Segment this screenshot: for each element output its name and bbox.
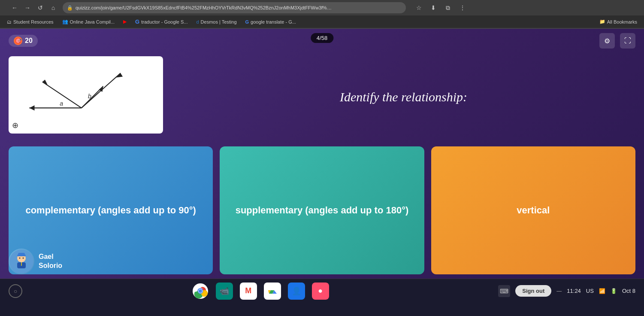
progress-text: 4/58 <box>317 35 327 41</box>
translate-icon: G <box>245 19 249 24</box>
home-button[interactable]: ⌂ <box>47 2 59 14</box>
bookmarks-bar: 🗂 Student Resources 👥 Online Java Compil… <box>0 15 644 28</box>
back-button[interactable]: ← <box>9 2 21 14</box>
browser-chrome: ← → ↺ ⌂ 🔒 quizizz.com/join/game/U2FsdGVk… <box>0 0 644 29</box>
svg-point-17 <box>23 258 24 259</box>
tab-search-button[interactable]: ⧉ <box>442 2 454 14</box>
chrome-icon <box>193 283 208 299</box>
browser-actions: ☆ ⬇ ⧉ ⋮ <box>413 2 469 14</box>
time-display: 11:24 <box>567 288 581 294</box>
taskbar-gmail[interactable]: M <box>240 283 257 300</box>
fullscreen-button[interactable]: ⛶ <box>620 33 635 49</box>
taskbar-right: ⌨ Sign out — 11:24 US 📶 🔋 Oct 8 <box>498 285 635 297</box>
bookmark-icon-java: 👥 <box>62 19 68 24</box>
classroom-icon: 👤 <box>292 286 301 296</box>
taskbar-keyboard[interactable]: ⌨ <box>498 285 510 297</box>
bookmark-icon: 🗂 <box>7 19 12 24</box>
desmos-icon: d <box>196 19 199 24</box>
avatar <box>9 249 34 274</box>
user-panel: Gael Solorio <box>9 249 62 274</box>
question-area: a b ⊕ Identify the relationship: <box>9 56 635 138</box>
svg-text:a: a <box>60 100 63 107</box>
bookmark-star-button[interactable]: ☆ <box>413 2 425 14</box>
svg-point-22 <box>199 289 202 293</box>
site-icon: 🔒 <box>67 5 73 11</box>
taskbar-chrome[interactable] <box>192 283 209 300</box>
zoom-button[interactable]: ⊕ <box>12 121 18 130</box>
url-text: quizizz.com/join/game/U2FsdGVkX19S85xEdn… <box>76 5 333 10</box>
answer-button-supplementary[interactable]: supplementary (angles add up to 180°) <box>220 146 424 274</box>
svg-rect-14 <box>18 253 25 255</box>
address-bar[interactable]: 🔒 quizizz.com/join/game/U2FsdGVkX19S85xE… <box>63 2 406 13</box>
answer-button-vertical[interactable]: vertical <box>431 146 635 274</box>
bookmark-google[interactable]: G traductor - Google S... <box>133 18 189 26</box>
date-display: Oct 8 <box>622 288 635 294</box>
bookmark-java[interactable]: 👥 Online Java Compil... <box>60 18 117 25</box>
score-badge: 🎯 20 <box>9 35 38 47</box>
wifi-icon: 📶 <box>599 288 605 294</box>
google-icon: G <box>135 18 139 25</box>
bookmark-youtube[interactable]: ▶ <box>121 18 128 25</box>
minimize-button[interactable]: — <box>556 288 562 294</box>
score-icon: 🎯 <box>14 36 22 45</box>
taskbar-meet[interactable]: 📹 <box>216 283 233 300</box>
region-display: US <box>586 288 594 294</box>
nav-buttons: ← → ↺ ⌂ <box>9 2 59 14</box>
taskbar-classroom[interactable]: 👤 <box>288 283 305 300</box>
svg-text:b: b <box>88 93 91 100</box>
quizizz-icon: ● <box>318 286 323 295</box>
meet-icon: 📹 <box>220 286 229 296</box>
user-name: Gael Solorio <box>39 252 62 270</box>
bookmark-student-resources[interactable]: 🗂 Student Resources <box>5 18 55 25</box>
search-circle[interactable]: ○ <box>9 284 22 298</box>
header-icons: ⚙ ⛶ <box>599 33 635 49</box>
search-icon: ○ <box>14 288 17 295</box>
score-value: 20 <box>25 37 33 45</box>
question-text-panel: Identify the relationship: <box>172 56 635 138</box>
folder-icon: 📁 <box>599 19 605 24</box>
drive-icon <box>267 286 278 296</box>
bookmark-all[interactable]: 📁 All Bookmarks <box>598 18 639 25</box>
taskbar-left: ○ <box>9 284 22 298</box>
quiz-container: 4/58 🎯 20 ⚙ ⛶ <box>0 29 644 279</box>
browser-top-bar: ← → ↺ ⌂ 🔒 quizizz.com/join/game/U2FsdGVk… <box>0 0 644 15</box>
bookmark-desmos[interactable]: d Desmos | Testing <box>194 18 238 25</box>
gmail-icon: M <box>245 286 251 295</box>
download-button[interactable]: ⬇ <box>427 2 439 14</box>
taskbar: ○ 📹 M <box>0 279 644 303</box>
youtube-icon: ▶ <box>123 19 127 24</box>
settings-button[interactable]: ⚙ <box>599 33 615 49</box>
angle-diagram-svg: a b <box>16 60 155 130</box>
svg-rect-0 <box>16 60 155 130</box>
battery-icon: 🔋 <box>611 288 617 294</box>
taskbar-quizizz[interactable]: ● <box>312 283 329 300</box>
question-text: Identify the relationship: <box>340 90 467 104</box>
zoom-icon: ⊕ <box>12 121 18 130</box>
taskbar-drive[interactable] <box>264 283 281 300</box>
sign-out-button[interactable]: Sign out <box>515 285 551 297</box>
progress-badge: 4/58 <box>311 33 333 43</box>
forward-button[interactable]: → <box>21 2 33 14</box>
svg-point-16 <box>19 258 21 259</box>
bookmark-translate[interactable]: G google translate - G... <box>244 18 298 25</box>
refresh-button[interactable]: ↺ <box>34 2 46 14</box>
more-button[interactable]: ⋮ <box>457 2 469 14</box>
image-panel: a b ⊕ <box>9 56 163 134</box>
answers-grid: complementary (angles add up to 90°) sup… <box>9 146 635 274</box>
taskbar-center: 📹 M 👤 ● <box>192 283 329 300</box>
